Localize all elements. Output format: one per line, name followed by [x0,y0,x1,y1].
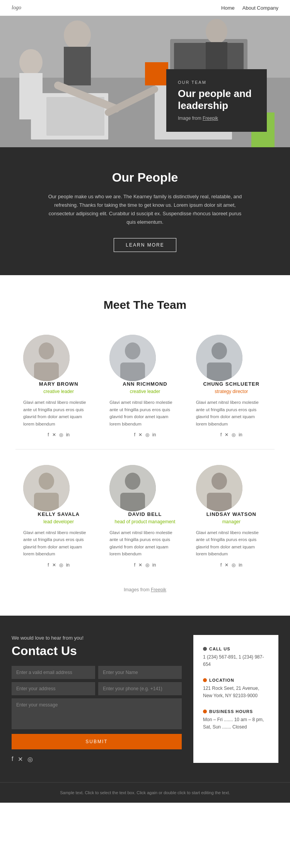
form-row-1 [12,666,182,679]
call-label: CALL US [203,647,269,651]
member-name-5: DAVID BELL [109,511,180,517]
svg-rect-10 [19,73,43,119]
social-facebook-2[interactable]: f [134,432,135,437]
contact-title: Contact Us [12,644,182,658]
social-linkedin-1[interactable]: in [66,432,70,437]
contact-form: SUBMIT [12,666,182,749]
social-instagram-4[interactable]: ◎ [59,562,63,568]
member-role-3: strategy director [196,389,267,394]
team-photo-2 [109,335,156,381]
team-photo-3 [196,335,242,381]
learn-more-button[interactable]: LEARN MORE [114,238,176,252]
member-name-6: LINDSAY WATSON [196,511,267,517]
contact-right: CALL US 1 (234) 567-891, 1 (234) 987-654… [193,635,278,763]
social-twitter-3[interactable]: ✕ [225,432,229,437]
our-people-body: Our people make us who we are. The Kearn… [44,192,246,226]
navigation: logo Home About Company [0,0,290,16]
svg-point-9 [19,49,43,75]
our-people-section: Our People Our people make us who we are… [0,147,290,275]
social-instagram-1[interactable]: ◎ [59,432,63,437]
svg-rect-26 [207,363,232,381]
footer: Sample text. Click to select the text bo… [0,782,290,803]
member-name-3: CHUNG SCHLUETER [196,381,267,387]
hero-section: OUR TEAM Our people and leadership Image… [0,16,290,147]
freepik-link-team[interactable]: Freepik [151,587,166,592]
social-twitter-1[interactable]: ✕ [52,432,56,437]
social-facebook-3[interactable]: f [220,432,222,437]
social-instagram-6[interactable]: ◎ [232,562,235,568]
social-linkedin-3[interactable]: in [239,432,242,437]
svg-point-16 [39,342,54,359]
team-grid: MARY BROWN creative leader Glavi amet ni… [15,327,275,579]
member-desc-5: Glavi amet nitnsl libero molestie ante u… [109,529,180,558]
phone-input[interactable] [98,682,182,695]
social-facebook-1[interactable]: f [48,432,49,437]
svg-rect-18 [34,363,59,381]
submit-button[interactable]: SUBMIT [12,734,182,749]
our-people-heading: Our People [39,170,251,185]
svg-point-24 [212,342,227,359]
deco-orange [145,62,168,85]
member-desc-3: Glavi amet nitnsl libero molestie ante u… [196,399,267,427]
contact-instagram-icon[interactable]: ◎ [27,756,33,763]
team-photo-4 [23,465,70,511]
social-linkedin-6[interactable]: in [239,562,242,568]
social-4: f ✕ ◎ in [23,562,94,568]
social-instagram-3[interactable]: ◎ [232,432,235,437]
svg-rect-8 [64,47,91,85]
svg-rect-38 [207,493,232,511]
member-name-1: MARY BROWN [23,381,94,387]
member-desc-1: Glavi amet nitnsl libero molestie ante u… [23,399,94,427]
team-member-3: CHUNG SCHLUETER strategy director Glavi … [188,327,275,449]
email-input[interactable] [12,666,95,679]
social-twitter-5[interactable]: ✕ [138,562,142,568]
contact-call: CALL US 1 (234) 567-891, 1 (234) 987-654 [203,647,269,668]
nav-about[interactable]: About Company [242,5,278,11]
contact-twitter-icon[interactable]: ✕ [18,756,23,763]
message-input[interactable] [12,698,182,729]
team-photo-6 [196,465,242,511]
phone-icon [203,647,207,651]
contact-facebook-icon[interactable]: f [12,756,13,763]
svg-point-7 [64,20,91,50]
freepik-link-hero[interactable]: Freepik [203,116,218,121]
team-member-4: KELLY SAVALA lead developer Glavi amet n… [15,449,102,579]
logo: logo [12,5,21,11]
hero-sub: Image from Freepik [178,116,255,121]
footer-note: Sample text. Click to select the text bo… [60,790,230,795]
nav-home[interactable]: Home [221,5,235,11]
person-silhouette-1 [23,335,70,381]
social-facebook-4[interactable]: f [48,562,49,568]
social-linkedin-2[interactable]: in [152,432,156,437]
social-facebook-6[interactable]: f [220,562,222,568]
svg-point-28 [39,473,54,490]
social-twitter-4[interactable]: ✕ [52,562,56,568]
member-role-5: head of product management [109,519,180,524]
social-twitter-2[interactable]: ✕ [138,432,142,437]
svg-rect-30 [34,493,59,511]
social-6: f ✕ ◎ in [196,562,267,568]
call-value: 1 (234) 567-891, 1 (234) 987-654 [203,654,269,668]
member-name-4: KELLY SAVALA [23,511,94,517]
social-3: f ✕ ◎ in [196,432,267,437]
svg-point-11 [206,19,227,44]
social-instagram-2[interactable]: ◎ [145,432,149,437]
member-desc-4: Glavi amet nitnsl libero molestie ante u… [23,529,94,558]
social-instagram-5[interactable]: ◎ [145,562,149,568]
social-facebook-5[interactable]: f [134,562,135,568]
hours-icon [203,710,207,713]
hero-title: Our people and leadership [178,88,255,112]
team-member-1: MARY BROWN creative leader Glavi amet ni… [15,327,102,449]
hero-tag: OUR TEAM [178,80,255,85]
name-input[interactable] [98,666,182,679]
freepik-attribution: Images from Freepik [15,579,275,600]
social-linkedin-4[interactable]: in [66,562,70,568]
address-input[interactable] [12,682,95,695]
contact-tagline: We would love to hear from you! [12,635,182,641]
team-member-6: LINDSAY WATSON manager Glavi amet nitnsl… [188,449,275,579]
member-role-4: lead developer [23,519,94,524]
social-twitter-6[interactable]: ✕ [225,562,229,568]
social-1: f ✕ ◎ in [23,432,94,437]
person-silhouette-5 [109,465,156,511]
social-linkedin-5[interactable]: in [152,562,156,568]
